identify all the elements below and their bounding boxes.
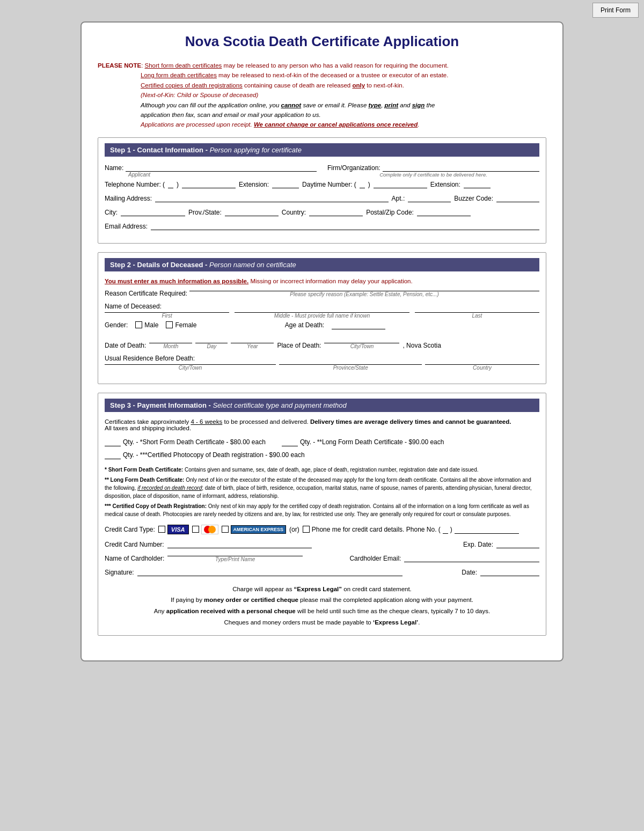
firm-sublabel: Complete only if certificate to be deliv… xyxy=(327,172,539,178)
cc-type-row: Credit Card Type: VISA AMERICAN EXPRESS … xyxy=(105,525,539,534)
step3-header: Step 3 - Payment Information - Select ce… xyxy=(105,399,539,412)
address-input[interactable] xyxy=(155,194,389,202)
long-form-qty-input[interactable] xyxy=(282,438,298,446)
notice-text3c: to next-of-kin. xyxy=(365,82,404,89)
tel-number[interactable] xyxy=(182,180,236,188)
last-name-col: Last xyxy=(415,312,539,319)
step1-section: Step 1 - Contact Information - Person ap… xyxy=(98,137,546,244)
first-sublabel: First xyxy=(105,313,229,319)
cardholder-email-label: Cardholder Email: xyxy=(349,555,401,562)
certified-label: Qty. - ***Certified Photocopy of Death r… xyxy=(123,451,305,459)
middle-sublabel: Middle - Must provide full name if known xyxy=(235,313,409,319)
notice-text2: Long form death certificates xyxy=(141,72,217,78)
prov-input[interactable] xyxy=(225,208,279,216)
dod-year[interactable] xyxy=(231,335,274,343)
visa-badge: VISA xyxy=(167,525,189,534)
phone-checkbox-group[interactable]: Phone me for credit card details. Phone … xyxy=(303,525,519,534)
notice-text6: application then fax, scan and email or … xyxy=(141,112,321,118)
phone-label: Phone me for credit card details. Phone … xyxy=(312,526,441,533)
female-checkbox-group[interactable]: Female xyxy=(166,321,196,329)
female-label: Female xyxy=(175,321,196,329)
reason-label: Reason Certificate Required: xyxy=(105,290,187,297)
step3-note: Certificates take approximately 4 - 6 we… xyxy=(105,418,539,431)
tel-area[interactable] xyxy=(168,180,173,188)
city-input[interactable] xyxy=(121,208,185,216)
email-row: Email Address: xyxy=(105,222,539,230)
age-input[interactable] xyxy=(332,321,385,329)
visa-checkbox-group[interactable]: VISA xyxy=(158,525,189,534)
dod-day[interactable] xyxy=(195,335,228,343)
male-label: Male xyxy=(144,321,158,329)
amex-checkbox[interactable] xyxy=(222,526,229,533)
notice-text7: Applications are processed upon receipt.… xyxy=(141,121,419,128)
month-sublabel: Month xyxy=(149,343,192,349)
apt-input[interactable] xyxy=(408,194,451,202)
certified-qty-input[interactable] xyxy=(105,451,121,459)
cc-number-label: Credit Card Number: xyxy=(105,541,164,548)
buzzer-input[interactable] xyxy=(496,194,539,202)
qty-row2: Qty. - ***Certified Photocopy of Death r… xyxy=(105,451,539,459)
daytime-ext-label: Extension: xyxy=(430,181,460,188)
address-row: Mailing Address: Apt.: Buzzer Code: xyxy=(105,194,539,202)
reason-line: Reason Certificate Required: Please spec… xyxy=(105,290,539,297)
mc-checkbox[interactable] xyxy=(192,526,199,533)
notice-text5: Although you can fill out the applicatio… xyxy=(141,102,435,108)
short-form-label: Qty. - *Short Form Death Certificate - $… xyxy=(123,438,266,446)
signature-row: Signature: Date: xyxy=(105,568,539,576)
name-sublabel: Applicant xyxy=(128,172,317,178)
step2-warning: You must enter as much information as po… xyxy=(105,278,539,284)
phone-area[interactable] xyxy=(443,525,448,534)
signature-input[interactable] xyxy=(137,568,402,576)
last-sublabel: Last xyxy=(415,313,539,319)
city-row: City: Prov./State: Country: Postal/Zip C… xyxy=(105,208,539,216)
step3-section: Step 3 - Payment Information - Select ce… xyxy=(98,393,546,636)
notice-text3: Certified copies of death registrations xyxy=(141,82,243,89)
middle-name-col: Middle - Must provide full name if known xyxy=(235,312,409,319)
daytime-area[interactable] xyxy=(360,180,365,188)
phone-number[interactable] xyxy=(455,525,519,534)
or-label: (or) xyxy=(289,526,299,533)
certified-qty: Qty. - ***Certified Photocopy of Death r… xyxy=(105,451,305,459)
tel-ext[interactable] xyxy=(272,180,299,188)
dod-month[interactable] xyxy=(149,335,192,343)
notice-bold: PLEASE NOTE xyxy=(98,62,141,69)
female-checkbox[interactable] xyxy=(166,321,173,328)
short-form-qty: Qty. - *Short Form Death Certificate - $… xyxy=(105,438,266,446)
firm-input[interactable] xyxy=(383,163,539,172)
residence-city-sublabel: City/Town xyxy=(105,365,276,371)
notice-text3b: containing cause of death are released xyxy=(243,82,353,89)
daytime-number[interactable] xyxy=(374,180,427,188)
firm-group: Firm/Organization: Complete only if cert… xyxy=(327,163,539,178)
email-input[interactable] xyxy=(151,222,539,230)
dod-label: Date of Death: xyxy=(105,342,146,349)
postal-input[interactable] xyxy=(417,208,471,216)
male-checkbox[interactable] xyxy=(135,321,142,328)
long-form-label: Qty. - **Long Form Death Certificate - $… xyxy=(300,438,444,446)
pod-input[interactable] xyxy=(324,335,399,343)
male-checkbox-group[interactable]: Male xyxy=(135,321,158,329)
day-sublabel: Day xyxy=(195,343,228,349)
age-label: Age at Death: xyxy=(285,321,324,329)
form-title: Nova Scotia Death Certificate Applicatio… xyxy=(98,33,546,54)
reason-sublabel: Please specify reason (Example: Settle E… xyxy=(189,291,539,297)
prov-label: Prov./State: xyxy=(188,209,222,216)
qty-row1: Qty. - *Short Form Death Certificate - $… xyxy=(105,438,539,446)
cardholder-email-input[interactable] xyxy=(404,554,539,562)
country-input[interactable] xyxy=(309,208,363,216)
phone-checkbox[interactable] xyxy=(303,526,310,533)
name-input[interactable] xyxy=(126,163,317,172)
footnotes: * Short Form Death Certificate: Contains… xyxy=(105,466,539,518)
short-form-qty-input[interactable] xyxy=(105,438,121,446)
exp-input[interactable] xyxy=(496,540,539,548)
daytime-ext[interactable] xyxy=(464,180,491,188)
notice-text2b: may be released to next-of-kin of the de… xyxy=(217,72,449,78)
cc-number-input[interactable] xyxy=(167,540,312,548)
notice-section: PLEASE NOTE: Short form death certificat… xyxy=(98,61,546,130)
visa-checkbox[interactable] xyxy=(158,526,165,533)
mc-checkbox-group[interactable] xyxy=(192,525,218,534)
print-form-button[interactable]: Print Form xyxy=(592,3,639,18)
cc-number-row: Credit Card Number: Exp. Date: xyxy=(105,540,539,548)
date-input[interactable] xyxy=(480,568,539,576)
amex-checkbox-group[interactable]: AMERICAN EXPRESS xyxy=(222,525,287,534)
year-sublabel: Year xyxy=(231,343,274,349)
